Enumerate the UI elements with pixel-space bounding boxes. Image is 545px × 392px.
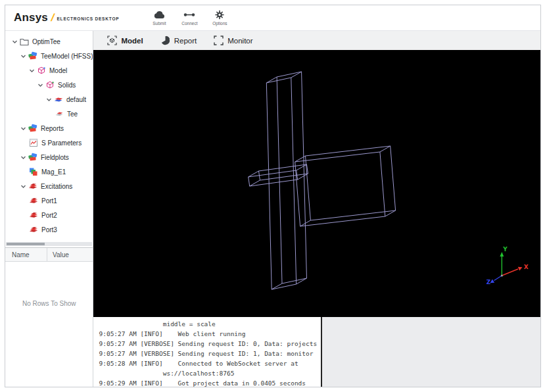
tree-item-port2[interactable]: Port2 <box>5 208 93 222</box>
tee-wireframe: Y X Z <box>93 50 540 317</box>
chevron-down-icon[interactable] <box>20 53 28 59</box>
tabbar: ModelReportMonitor <box>93 31 540 50</box>
product-name: ELECTRONICS DESKTOP <box>57 16 119 21</box>
scrollbar-thumb[interactable] <box>7 243 45 245</box>
solids-icon <box>45 80 55 89</box>
monitor-tab-icon <box>214 36 224 45</box>
toolbar-button-label: Submit <box>153 21 166 26</box>
tree-item-tee[interactable]: Tee <box>5 107 93 121</box>
props-col-value: Value <box>47 248 69 261</box>
toolbar-connect-button[interactable]: Connect <box>177 9 202 26</box>
toolbar-submit-button[interactable]: Submit <box>147 9 172 26</box>
gear-icon <box>214 10 225 20</box>
material-icon <box>54 95 64 104</box>
tab-label: Model <box>121 37 143 45</box>
tree-item-reports[interactable]: Reports <box>5 121 93 135</box>
chevron-down-icon[interactable] <box>37 82 45 88</box>
chevron-down-icon[interactable] <box>20 184 28 189</box>
cloud-icon <box>153 10 166 20</box>
bottom-right-panel <box>322 317 540 387</box>
app-header: Ansys / ELECTRONICS DESKTOP SubmitConnec… <box>5 5 540 31</box>
logo-slash-icon: / <box>50 12 56 24</box>
tree-item-label: Model <box>49 67 67 74</box>
design-icon <box>28 153 38 162</box>
toolbar-options-button[interactable]: Options <box>207 9 232 26</box>
chevron-down-icon[interactable] <box>12 39 20 45</box>
tree-item-optimtee[interactable]: OptimTee <box>5 34 93 49</box>
port-icon <box>29 210 39 220</box>
connect-icon <box>183 10 196 20</box>
bottom-area: middle = scale9:05:27 AM [INFO] Web clie… <box>93 317 540 387</box>
tree-item-fieldplots[interactable]: Fieldplots <box>5 150 93 164</box>
sidebar: OptimTeeTeeModel (HFSS)ModelSolidsdefaul… <box>5 31 93 387</box>
report-tab-icon <box>160 36 170 45</box>
tree-item-mag-e1[interactable]: Mag_E1 <box>5 164 93 179</box>
chevron-down-icon[interactable] <box>20 155 28 160</box>
model-icon <box>37 66 47 75</box>
brand-name: Ansys <box>14 11 48 24</box>
tree-item-label: Port2 <box>41 212 57 219</box>
tree-item-port1[interactable]: Port1 <box>5 193 93 208</box>
props-empty-text: No Rows To Show <box>5 262 93 387</box>
tree-item-label: Fieldplots <box>41 154 69 161</box>
console-line: 9:05:28 AM [INFO] Connected to WebSocket… <box>99 358 321 368</box>
console-line: 9:05:27 AM [INFO] Web client running <box>99 329 321 339</box>
tab-label: Report <box>174 37 197 45</box>
axis-z-label: Z <box>486 279 491 285</box>
axis-x-label: X <box>524 264 529 270</box>
tree-item-s-parameters[interactable]: S Parameters <box>5 135 93 150</box>
ansys-logo: Ansys / ELECTRONICS DESKTOP <box>14 11 119 24</box>
tree-item-default[interactable]: default <box>5 92 93 107</box>
tree-item-label: S Parameters <box>41 139 82 147</box>
axis-y-label: Y <box>503 246 508 253</box>
console-log[interactable]: middle = scale9:05:27 AM [INFO] Web clie… <box>93 317 322 387</box>
tree-item-label: Solids <box>58 82 76 89</box>
part-icon <box>55 109 64 118</box>
properties-panel: Name Value No Rows To Show <box>5 247 93 387</box>
design-icon <box>28 51 38 61</box>
tab-report[interactable]: Report <box>152 31 206 50</box>
tree-item-label: Port1 <box>41 197 57 205</box>
port-icon <box>29 196 39 205</box>
model-tab-icon <box>107 36 117 45</box>
toolbar-button-label: Options <box>212 21 227 26</box>
chevron-down-icon[interactable] <box>20 126 28 132</box>
console-line: middle = scale <box>99 319 321 329</box>
tree-item-label: Reports <box>41 125 64 132</box>
excitations-icon <box>28 182 38 191</box>
main-area: ModelReportMonitor <box>93 31 540 387</box>
header-toolbar: SubmitConnectOptions <box>147 9 232 26</box>
tree-item-teemodel-hfss[interactable]: TeeModel (HFSS) <box>5 49 93 63</box>
tree-horizontal-scrollbar[interactable] <box>6 242 92 246</box>
port-icon <box>29 225 39 234</box>
chevron-down-icon[interactable] <box>46 97 54 103</box>
tree-item-port3[interactable]: Port3 <box>5 222 93 237</box>
tree-item-model[interactable]: Model <box>5 63 93 78</box>
tree-item-label: OptimTee <box>32 38 60 45</box>
tab-label: Monitor <box>227 37 252 45</box>
fieldplot-icon <box>29 167 39 176</box>
tree-item-label: Tee <box>67 110 78 118</box>
tree-item-label: default <box>66 96 86 103</box>
tab-monitor[interactable]: Monitor <box>205 31 261 50</box>
tab-model[interactable]: Model <box>99 31 151 50</box>
console-line: ws://localhost:8765 <box>99 368 321 378</box>
console-line: 9:05:27 AM [VERBOSE] Sending request ID:… <box>99 339 321 349</box>
console-line: 9:05:29 AM [INFO] Got project data in 0.… <box>99 378 321 387</box>
content-row: OptimTeeTeeModel (HFSS)ModelSolidsdefaul… <box>5 31 540 387</box>
toolbar-button-label: Connect <box>181 21 197 26</box>
app-window: Ansys / ELECTRONICS DESKTOP SubmitConnec… <box>5 5 541 387</box>
3d-viewport[interactable]: Y X Z <box>93 50 540 317</box>
folder-icon <box>20 37 30 46</box>
tree-item-label: TeeModel (HFSS) <box>41 53 93 60</box>
console-line: 9:05:27 AM [VERBOSE] Sending request ID:… <box>99 349 321 358</box>
props-col-name: Name <box>5 248 47 261</box>
tree-item-solids[interactable]: Solids <box>5 78 93 92</box>
axes-triad: Y X Z <box>486 246 529 285</box>
project-tree: OptimTeeTeeModel (HFSS)ModelSolidsdefaul… <box>5 31 93 247</box>
properties-header: Name Value <box>5 248 93 262</box>
tree-item-label: Mag_E1 <box>41 168 66 176</box>
tree-item-excitations[interactable]: Excitations <box>5 179 93 193</box>
chevron-down-icon[interactable] <box>29 68 37 74</box>
tree-item-label: Port3 <box>41 226 57 233</box>
